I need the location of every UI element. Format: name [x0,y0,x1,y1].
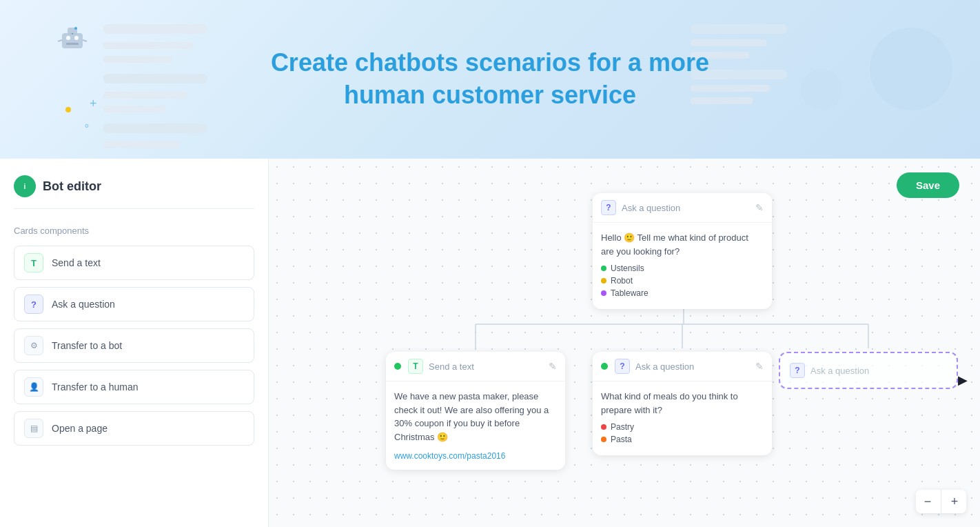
card-send-text-header: T Send a text ✎ [386,352,565,381]
deco-dot [65,107,71,112]
option-robot-label: Robot [611,276,633,286]
card-edit-top[interactable]: ✎ [755,202,764,213]
ghost-icon: ? [790,363,805,378]
hero-section: + ⚬ Create chatbots scenarios for a more… [0,0,980,159]
option-robot: Robot [601,276,764,286]
deco-cards-left [103,24,207,148]
card-ask-question-bottom-text: What kind of meals do you think to prepa… [601,390,764,417]
sidebar-item-send-text[interactable]: T Send a text [14,246,254,280]
zoom-out-button[interactable]: − [916,490,939,513]
card-send-text-content: We have a new pasta maker, please check … [394,390,557,444]
ghost-text: Ask a question [810,366,869,376]
card-edit-ask-bottom[interactable]: ✎ [755,361,764,372]
deco-circle-right [870,28,952,110]
ask-question-label: Ask a question [52,299,115,310]
card-send-text-title: Send a text [429,361,474,372]
sidebar-item-transfer-human[interactable]: 👤 Transfer to a human [14,370,254,404]
dot-ustensils [601,266,606,271]
card-text-top: Hello 🙂 Tell me what kind of product are… [601,231,764,258]
svg-point-4 [74,36,79,40]
send-text-icon: T [24,253,43,272]
zoom-controls: − + [916,490,966,513]
svg-text:i: i [24,183,26,190]
svg-line-7 [83,40,87,41]
card-send-text-link[interactable]: www.cooktoys.com/pasta2016 [394,451,505,461]
card-title-top: Ask a question [622,203,680,213]
ask-question-icon: ? [24,295,43,314]
text-icon-send: T [408,359,423,374]
canvas[interactable]: Save ? Ask a question ✎ Hell [269,159,980,527]
svg-rect-0 [62,33,83,48]
status-dot-send-text [394,363,401,370]
dot-pastry [601,424,606,430]
sidebar-item-open-page[interactable]: ▤ Open a page [14,411,254,446]
option-pastry: Pastry [601,422,764,432]
option-tableware-label: Tableware [611,288,649,298]
card-edit-send-text[interactable]: ✎ [549,361,557,372]
option-pasta: Pasta [601,435,764,444]
svg-line-6 [58,40,62,41]
zoom-in-button[interactable]: + [943,490,966,513]
svg-point-3 [66,36,70,40]
sidebar: i Bot editor Cards components T Send a t… [0,159,269,527]
option-ustensils-label: Ustensils [611,264,644,273]
zoom-divider [941,490,941,513]
card-send-text-header-left: T Send a text [394,359,474,374]
main-layout: i Bot editor Cards components T Send a t… [0,159,980,527]
deco-plus: + [90,97,97,111]
hero-title: Create chatbots scenarios for a more hum… [271,47,709,112]
deco-person: ⚬ [83,121,91,132]
option-pastry-label: Pastry [611,422,634,432]
svg-point-8 [74,27,77,30]
card-ask-question-top[interactable]: ? Ask a question ✎ Hello 🙂 Tell me what … [593,193,772,309]
hero-title-line1: Create chatbots scenarios for a more [271,48,709,77]
option-tableware: Tableware [601,288,764,298]
card-body-top: Hello 🙂 Tell me what kind of product are… [593,223,772,309]
card-ask-question-bottom[interactable]: ? Ask a question ✎ What kind of meals do… [593,352,772,455]
svg-rect-5 [66,43,79,45]
card-header-top: ? Ask a question ✎ [593,193,772,223]
save-button[interactable]: Save [897,172,959,198]
transfer-human-icon: 👤 [24,377,43,397]
hero-title-line2: human customer service [344,81,636,109]
transfer-bot-icon: ⚙ [24,336,43,355]
transfer-human-label: Transfer to a human [52,381,139,392]
question-icon-top: ? [601,200,616,215]
dot-tableware [601,290,606,296]
card-send-text-body: We have a new pasta maker, please check … [386,381,565,470]
dot-robot [601,278,606,284]
card-ask-question-bottom-title: Ask a question [635,361,694,372]
deco-circle-small [801,69,842,110]
bot-icon: i [14,175,36,197]
card-send-text[interactable]: T Send a text ✎ We have a new pasta make… [386,352,565,470]
question-icon-bottom: ? [615,359,630,374]
card-ask-question-bottom-header-left: ? Ask a question [601,359,694,374]
deco-robot [55,21,90,58]
send-text-label: Send a text [52,257,101,268]
card-header-left-top: ? Ask a question [601,200,680,215]
card-ask-question-bottom-body: What kind of meals do you think to prepa… [593,381,772,455]
cursor: ▶ [958,372,968,388]
status-dot-ask [601,363,608,370]
open-page-label: Open a page [52,423,108,434]
card-ask-question-bottom-header: ? Ask a question ✎ [593,352,772,381]
sidebar-header: i Bot editor [14,175,254,209]
section-label: Cards components [14,226,254,236]
sidebar-item-transfer-bot[interactable]: ⚙ Transfer to a bot [14,328,254,363]
sidebar-item-ask-question[interactable]: ? Ask a question [14,287,254,321]
card-ghost[interactable]: ? Ask a question [779,352,958,389]
option-ustensils: Ustensils [601,264,764,273]
open-page-icon: ▤ [24,419,43,438]
transfer-bot-label: Transfer to a bot [52,340,122,351]
dot-pasta [601,437,606,442]
option-pasta-label: Pasta [611,435,632,444]
sidebar-title: Bot editor [43,179,101,194]
